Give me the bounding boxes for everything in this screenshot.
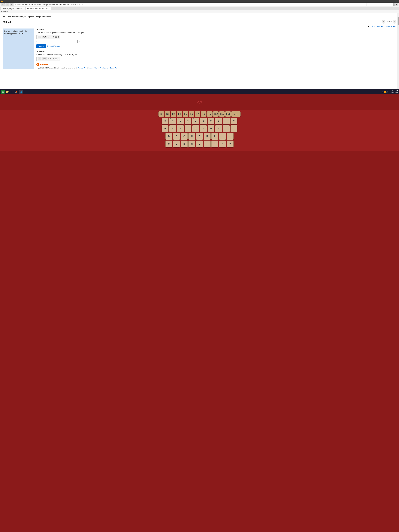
browser-traffic-light[interactable] <box>1 0 3 2</box>
key-n[interactable]: N <box>188 140 195 147</box>
keyboard-icon-d[interactable]: ⌨ <box>55 58 57 60</box>
key-f10[interactable]: F10 <box>213 111 219 117</box>
key-rbracket[interactable]: } <box>230 125 237 132</box>
scrollbar-thumb[interactable] <box>398 17 399 25</box>
key-comma[interactable]: , <box>204 140 211 147</box>
key-f5[interactable]: F5 <box>183 111 188 117</box>
next-page-button[interactable]: › <box>393 20 396 24</box>
key-f4[interactable]: F4 <box>177 111 182 117</box>
key-f11[interactable]: F11 <box>219 111 225 117</box>
key-3[interactable]: #3 <box>162 118 169 124</box>
url-bar[interactable]: e.com/course.html?courseId=15432274&HepI… <box>14 3 366 6</box>
laptop-body: hp <box>0 94 399 110</box>
request-answer-link[interactable]: Request Answer <box>47 45 60 47</box>
key-f2[interactable]: F2 <box>165 111 170 117</box>
key-m[interactable]: M <box>196 140 203 147</box>
constants-link[interactable]: Constants <box>377 25 384 27</box>
key-semicolon[interactable]: :; <box>219 133 226 140</box>
chrome-icon[interactable]: 🌐 <box>19 90 23 94</box>
key-d[interactable]: D <box>165 133 172 140</box>
key-i[interactable]: I <box>200 125 207 132</box>
part-d-title: Part D <box>39 50 44 52</box>
key-question[interactable]: ? <box>227 140 234 147</box>
redo-icon[interactable]: ↪ <box>50 36 52 38</box>
key-b[interactable]: B <box>181 140 188 147</box>
key-f3[interactable]: F3 <box>171 111 176 117</box>
key-t[interactable]: T <box>177 125 184 132</box>
key-p[interactable]: P <box>215 125 222 132</box>
permissions-link[interactable]: Permissions <box>100 67 108 69</box>
key-g[interactable]: G <box>181 133 188 140</box>
refresh-button[interactable]: ↻ <box>10 3 13 6</box>
key-f12[interactable]: F12 <box>225 111 231 117</box>
file-explorer-icon[interactable]: 📁 <box>6 90 9 94</box>
terms-link[interactable]: Terms of Use <box>78 67 86 69</box>
tab-kilojoules[interactable]: low many kilojoules are releas... <box>1 7 25 10</box>
undo-icon-d[interactable]: ↩ <box>48 58 50 60</box>
key-f7[interactable]: F7 <box>195 111 200 117</box>
key-4[interactable]: $4 <box>169 118 176 124</box>
key-f1[interactable]: F1 <box>158 111 164 117</box>
key-5[interactable]: %5 <box>177 118 184 124</box>
refresh-icon[interactable]: ↺ <box>52 36 54 38</box>
prev-page-button[interactable]: ‹ <box>382 20 385 24</box>
key-h[interactable]: H <box>188 133 195 140</box>
math-format-btn[interactable]: ■√ <box>38 36 41 38</box>
review-link[interactable]: Review <box>370 25 375 27</box>
key-gt[interactable]: > <box>219 140 226 147</box>
key-y[interactable]: Y <box>185 125 191 132</box>
key-f[interactable]: F <box>173 133 180 140</box>
key-8[interactable]: *8 <box>200 118 207 124</box>
key-equals[interactable]: = <box>230 118 237 124</box>
item-title: Item 22 <box>3 20 11 23</box>
contact-link[interactable]: Contact Us <box>110 67 117 69</box>
key-minus[interactable]: - <box>223 118 230 124</box>
privacy-link[interactable]: Privacy Policy <box>89 67 97 69</box>
key-r[interactable]: R <box>169 125 176 132</box>
key-e[interactable]: E <box>162 125 169 132</box>
key-f6[interactable]: F6 <box>189 111 194 117</box>
help-icon-d[interactable]: ? <box>58 58 59 60</box>
key-j[interactable]: J <box>196 133 203 140</box>
key-prtsc[interactable]: prt sc <box>231 111 241 117</box>
key-l[interactable]: L <box>211 133 218 140</box>
key-v[interactable]: V <box>173 140 180 147</box>
tab-usaonline[interactable]: USAonline : EMS-440-801 Fall 2... <box>25 7 51 10</box>
refresh-icon-d[interactable]: ↺ <box>52 58 54 60</box>
math-format-btn-d[interactable]: ■√ <box>38 57 41 60</box>
redo-icon-d[interactable]: ↪ <box>50 58 52 60</box>
scrollbar-track[interactable] <box>397 13 399 89</box>
math-greek-btn[interactable]: ΑΣΦ <box>42 36 47 38</box>
key-7[interactable]: &7 <box>192 118 199 124</box>
key-lt[interactable]: < <box>211 140 218 147</box>
submit-button[interactable]: Submit <box>36 44 46 48</box>
key-6[interactable]: ^6 <box>185 118 191 124</box>
key-k[interactable]: K <box>204 133 211 140</box>
math-greek-btn-d[interactable]: ΑΣΦ <box>42 57 47 60</box>
windows-start-icon[interactable]: ⊞ <box>1 90 5 94</box>
search-bar[interactable]: 22 <box>367 3 394 6</box>
key-lbracket[interactable]: { <box>223 125 230 132</box>
star-button[interactable]: ★ <box>394 3 398 6</box>
key-c[interactable]: C <box>165 140 172 147</box>
answer-input-c[interactable] <box>41 40 78 43</box>
key-0[interactable]: )0 <box>215 118 222 124</box>
back-button[interactable]: ← <box>1 3 5 6</box>
key-u[interactable]: U <box>192 125 199 132</box>
periodic-table-link[interactable]: Periodic Table <box>386 25 396 27</box>
pagination: ‹ 22 of 40 › <box>382 20 396 24</box>
part-c-label: ▼ Part C <box>36 29 396 31</box>
key-quote[interactable]: " <box>227 133 234 140</box>
amazon-icon[interactable]: a <box>10 90 14 94</box>
undo-icon[interactable]: ↩ <box>48 36 50 38</box>
key-f9[interactable]: F9 <box>207 111 213 117</box>
firefox-icon[interactable]: 🦊 <box>14 90 18 94</box>
forward-button[interactable]: → <box>6 3 9 6</box>
browser-navbar: ← → ↻ e.com/course.html?courseId=1543227… <box>0 3 399 7</box>
keyboard-icon[interactable]: ⌨ <box>55 36 57 38</box>
key-o[interactable]: O <box>208 125 214 132</box>
key-f8[interactable]: F8 <box>201 111 207 117</box>
help-icon[interactable]: ? <box>58 36 59 38</box>
top-links: ■ Review | Constants | Periodic Table <box>3 25 396 27</box>
key-9[interactable]: (9 <box>208 118 214 124</box>
